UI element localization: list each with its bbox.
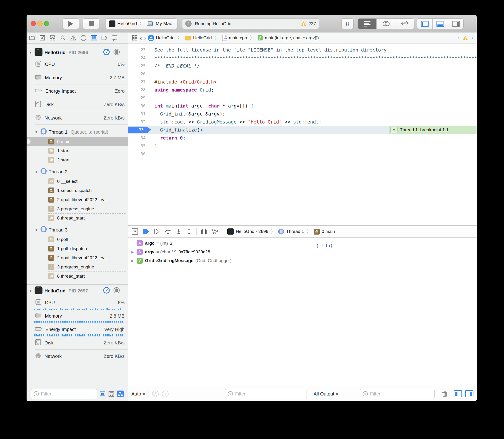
stack-depth-toggle[interactable] <box>108 391 115 397</box>
stat-row-cpu[interactable]: CPU6% <box>27 296 128 309</box>
debug-view-hierarchy-button[interactable] <box>201 228 207 235</box>
line-number[interactable]: 29 <box>128 96 152 100</box>
stat-row-network[interactable]: NetworkZero KB/s <box>27 350 128 363</box>
tab-source-control[interactable] <box>39 35 45 41</box>
issue-warning-icon[interactable] <box>462 35 468 40</box>
variable-row[interactable]: ▶VGrid::GridLogMessage(Grid::GridLogger) <box>128 256 310 265</box>
run-button[interactable] <box>62 18 79 29</box>
console-filter-field[interactable]: Filter <box>360 389 435 399</box>
thread-row-thread-1[interactable]: ▼Thread 1 Queue:...d (serial) <box>27 127 128 137</box>
continue-button[interactable] <box>153 228 160 235</box>
clear-console-button[interactable] <box>442 390 448 397</box>
stack-frame-row[interactable]: 1 start <box>27 146 128 155</box>
disclosure-triangle[interactable]: ▼ <box>35 130 38 134</box>
toggle-debug-area-button[interactable] <box>433 18 448 29</box>
flatten-stack-toggle[interactable] <box>99 391 106 397</box>
toggle-variables-view-button[interactable] <box>454 390 462 397</box>
stack-frame-row[interactable]: 0 poll <box>27 235 128 244</box>
navigator-filter-field[interactable]: Filter <box>31 389 97 399</box>
disclosure-triangle[interactable]: ▼ <box>35 170 38 174</box>
hide-debug-area-button[interactable] <box>131 228 139 235</box>
tab-reports[interactable] <box>112 35 117 41</box>
stack-frame-row[interactable]: 1 select_dispatch <box>27 186 128 195</box>
tab-project[interactable] <box>29 35 35 41</box>
stat-row-memory[interactable]: Memory2.8 MB <box>27 309 128 323</box>
console-scope-selector[interactable]: All Output ▲▼ <box>314 391 339 397</box>
stack-frame-row[interactable]: 0 __select <box>27 177 128 186</box>
stat-row-disk[interactable]: DiskZero KB/s <box>27 98 128 111</box>
line-number[interactable]: 24 <box>128 56 152 60</box>
line-number[interactable]: 28 <box>128 87 152 92</box>
line-number[interactable]: 25 <box>128 63 152 68</box>
scheme-selector[interactable]: HelloGrid 〉 My Mac <box>105 18 177 29</box>
breadcrumb-thread[interactable]: Thread 1 <box>286 229 304 234</box>
minimize-window-button[interactable] <box>37 21 43 26</box>
line-number[interactable]: 31 <box>128 111 152 116</box>
variables-filter-field[interactable]: Filter <box>225 389 307 399</box>
forward-button[interactable]: › <box>144 34 146 42</box>
zoom-window-button[interactable] <box>44 21 49 26</box>
thread-view-button[interactable] <box>113 287 120 295</box>
tab-tests[interactable] <box>81 35 86 41</box>
disclosure-triangle[interactable]: ▶ <box>131 250 137 254</box>
step-out-button[interactable] <box>186 228 192 235</box>
stat-row-memory[interactable]: Memory2.7 MB <box>27 71 128 85</box>
performance-gauge-button[interactable] <box>103 49 110 56</box>
line-number[interactable]: 34 <box>128 135 152 140</box>
disclosure-triangle[interactable]: ▶ <box>131 259 137 263</box>
disclosure-triangle[interactable]: ▼ <box>29 50 33 54</box>
stack-frame-row[interactable]: 6 thread_start <box>27 213 128 222</box>
tab-symbols[interactable] <box>50 35 56 41</box>
toggle-inspector-button[interactable] <box>448 18 464 29</box>
line-number[interactable]: 32 <box>128 120 152 124</box>
disclosure-triangle[interactable]: ▼ <box>35 228 38 232</box>
version-editor-button[interactable] <box>395 19 414 29</box>
source-editor[interactable]: 23See the full license in the file "LICE… <box>128 44 477 225</box>
info-icon[interactable]: i <box>162 390 169 397</box>
thread-view-button[interactable] <box>113 49 120 56</box>
assistant-editor-button[interactable] <box>376 19 395 29</box>
stack-frame-row[interactable]: 2 opal_libevent2022_ev… <box>27 195 128 204</box>
stop-button[interactable] <box>83 18 99 29</box>
performance-gauge-button[interactable] <box>103 287 110 295</box>
next-issue-button[interactable]: › <box>471 35 473 41</box>
quicklook-icon[interactable]: ◎ <box>152 390 159 397</box>
tab-search[interactable] <box>60 35 66 41</box>
stat-row-energy-impact[interactable]: Energy ImpactZero <box>27 85 128 98</box>
thread-row-thread-3[interactable]: ▼Thread 3 <box>27 225 128 235</box>
back-button[interactable]: ‹ <box>140 34 142 42</box>
stack-frame-row[interactable]: 2 opal_libevent2022_ev… <box>27 253 128 262</box>
stack-frame-row[interactable]: 3 progress_engine <box>27 262 128 271</box>
process-row-pid-2697[interactable]: ▼HelloGridPID 2697 <box>27 286 128 296</box>
line-number[interactable]: 30 <box>128 104 152 108</box>
breakpoints-enabled-toggle[interactable] <box>143 229 149 234</box>
line-number[interactable]: 36 <box>128 151 152 156</box>
activity-viewer[interactable]: 2 Running HelloGrid 237 <box>182 18 319 29</box>
jump-bar-item[interactable]: HelloGrid <box>148 35 175 41</box>
stack-frame-row[interactable]: 6 thread_start <box>27 271 128 281</box>
tab-breakpoints[interactable] <box>101 35 107 41</box>
step-over-button[interactable] <box>164 228 171 235</box>
line-number[interactable]: 23 <box>128 48 152 52</box>
variables-scope-selector[interactable]: Auto ▲▼ <box>131 391 145 397</box>
stat-row-network[interactable]: NetworkZero KB/s <box>27 111 128 125</box>
variable-row[interactable]: Aargc= (int)3 <box>128 239 310 247</box>
line-number[interactable]: 27 <box>128 80 152 84</box>
stack-frame-row[interactable]: 0 main <box>27 137 128 146</box>
line-number[interactable]: 26 <box>128 72 152 76</box>
toggle-console-view-button[interactable] <box>465 390 473 397</box>
step-into-button[interactable] <box>176 228 182 235</box>
tab-debug[interactable] <box>91 35 97 41</box>
breadcrumb-frame[interactable]: 0 main <box>322 229 335 234</box>
breadcrumb-process[interactable]: HelloGrid - 2696 <box>236 229 268 234</box>
line-number[interactable]: 35 <box>128 144 152 148</box>
jump-bar-item[interactable]: C++main.cpp <box>222 35 247 41</box>
standard-editor-button[interactable] <box>358 19 376 29</box>
view-process-hierarchy-toggle[interactable] <box>117 390 124 397</box>
stack-frame-row[interactable]: 3 progress_engine <box>27 204 128 213</box>
stat-row-cpu[interactable]: CPU0% <box>27 58 128 71</box>
disclosure-triangle[interactable]: ▼ <box>29 289 33 293</box>
stack-frame-row[interactable]: 1 poll_dispatch <box>27 244 128 253</box>
tab-issues[interactable] <box>70 35 76 41</box>
breakpoint-detail-icon[interactable]: ≡ <box>390 127 398 133</box>
